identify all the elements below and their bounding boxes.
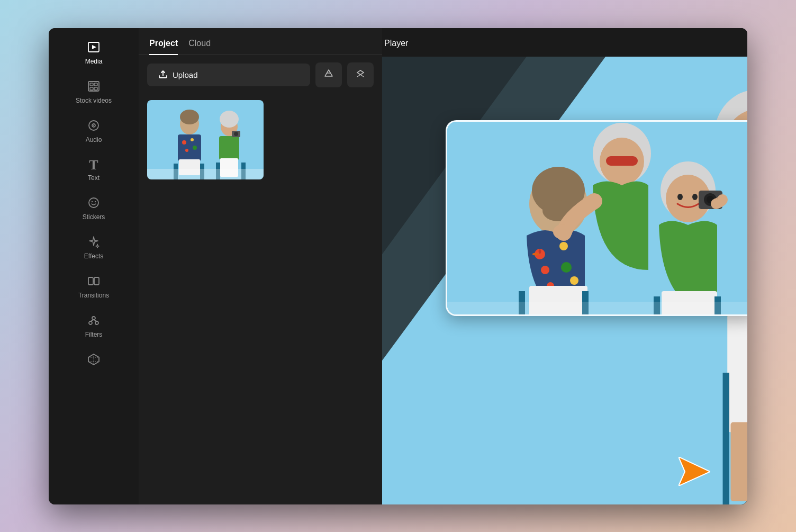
svg-marker-1 bbox=[92, 45, 96, 49]
svg-point-28 bbox=[220, 111, 239, 128]
svg-marker-78 bbox=[679, 457, 710, 486]
main-content: Project Cloud Upload bbox=[139, 28, 747, 504]
svg-rect-14 bbox=[94, 277, 99, 285]
media-thumbnail[interactable] bbox=[147, 100, 264, 179]
sidebar-label-text: Text bbox=[88, 174, 100, 182]
stock-videos-icon bbox=[87, 80, 100, 95]
svg-rect-44 bbox=[730, 422, 747, 501]
svg-point-32 bbox=[234, 132, 238, 136]
sidebar: Media Stock videos bbox=[49, 28, 139, 504]
svg-point-69 bbox=[677, 194, 683, 200]
tab-cloud[interactable]: Cloud bbox=[188, 39, 211, 55]
svg-rect-46 bbox=[723, 373, 729, 504]
featured-card-scene bbox=[447, 122, 747, 316]
media-icon bbox=[87, 41, 100, 56]
app-window: Media Stock videos bbox=[49, 28, 747, 504]
effects-icon bbox=[87, 236, 100, 250]
svg-rect-29 bbox=[219, 136, 239, 160]
svg-point-24 bbox=[185, 149, 188, 152]
svg-rect-65 bbox=[606, 156, 638, 166]
sidebar-item-audio[interactable]: Audio bbox=[49, 113, 139, 150]
svg-rect-5 bbox=[90, 87, 93, 90]
sidebar-label-effects: Effects bbox=[84, 253, 103, 260]
svg-point-23 bbox=[191, 138, 194, 141]
player-label: Player bbox=[384, 39, 408, 48]
svg-point-70 bbox=[692, 194, 698, 200]
sidebar-label-stickers: Stickers bbox=[83, 213, 105, 221]
upload-label: Upload bbox=[173, 70, 198, 79]
panel-tabs: Project Cloud bbox=[139, 28, 382, 55]
transitions-icon bbox=[87, 275, 100, 290]
sidebar-item-3d[interactable] bbox=[49, 347, 139, 376]
player-header: Player bbox=[372, 28, 747, 57]
sidebar-label-transitions: Transitions bbox=[78, 292, 109, 299]
svg-rect-18 bbox=[147, 100, 264, 179]
player-section: Player bbox=[372, 28, 747, 504]
svg-point-59 bbox=[570, 276, 578, 285]
svg-rect-21 bbox=[178, 134, 201, 161]
cursor-icon bbox=[679, 457, 710, 486]
svg-point-11 bbox=[92, 201, 93, 202]
sidebar-item-stickers[interactable]: Stickers bbox=[49, 190, 139, 227]
svg-rect-13 bbox=[88, 277, 93, 285]
featured-card bbox=[446, 120, 747, 316]
svg-point-20 bbox=[180, 110, 199, 124]
svg-point-16 bbox=[89, 321, 92, 324]
player-viewport bbox=[372, 57, 747, 504]
svg-rect-4 bbox=[94, 83, 97, 86]
svg-point-25 bbox=[193, 146, 197, 150]
filters-icon bbox=[87, 314, 100, 329]
svg-point-10 bbox=[89, 198, 98, 208]
svg-point-66 bbox=[553, 224, 572, 239]
stickers-icon bbox=[87, 196, 100, 211]
sidebar-item-stock-videos[interactable]: Stock videos bbox=[49, 74, 139, 111]
svg-rect-6 bbox=[94, 87, 97, 90]
media-panel: Project Cloud Upload bbox=[139, 28, 382, 504]
panel-toolbar: Upload bbox=[139, 55, 382, 95]
svg-point-55 bbox=[559, 242, 568, 250]
svg-rect-43 bbox=[727, 313, 747, 432]
svg-point-12 bbox=[95, 201, 96, 202]
audio-icon bbox=[87, 119, 100, 134]
svg-point-56 bbox=[541, 266, 549, 274]
svg-point-57 bbox=[561, 262, 572, 273]
sidebar-label-audio: Audio bbox=[86, 136, 102, 143]
sidebar-item-text[interactable]: T Text bbox=[49, 152, 139, 188]
upload-icon bbox=[158, 69, 168, 81]
sidebar-item-filters[interactable]: Filters bbox=[49, 308, 139, 345]
svg-rect-37 bbox=[147, 169, 264, 179]
tab-project[interactable]: Project bbox=[149, 39, 178, 55]
upload-button[interactable]: Upload bbox=[147, 64, 310, 86]
text-icon: T bbox=[89, 158, 98, 172]
svg-rect-3 bbox=[90, 83, 93, 86]
svg-point-22 bbox=[182, 140, 186, 145]
svg-point-17 bbox=[95, 321, 98, 324]
dropbox-button[interactable] bbox=[347, 62, 374, 87]
sidebar-item-effects[interactable]: Effects bbox=[49, 229, 139, 266]
sidebar-item-media[interactable]: Media bbox=[49, 34, 139, 71]
svg-point-9 bbox=[93, 125, 94, 126]
sidebar-label-media: Media bbox=[85, 58, 103, 65]
sidebar-label-stock: Stock videos bbox=[76, 97, 112, 104]
svg-rect-77 bbox=[447, 302, 747, 316]
google-drive-button[interactable] bbox=[315, 62, 342, 87]
sidebar-label-filters: Filters bbox=[85, 331, 103, 338]
sidebar-item-transitions[interactable]: Transitions bbox=[49, 268, 139, 305]
panel-media-grid bbox=[139, 95, 382, 504]
svg-point-15 bbox=[92, 317, 95, 320]
3d-icon bbox=[87, 353, 100, 368]
